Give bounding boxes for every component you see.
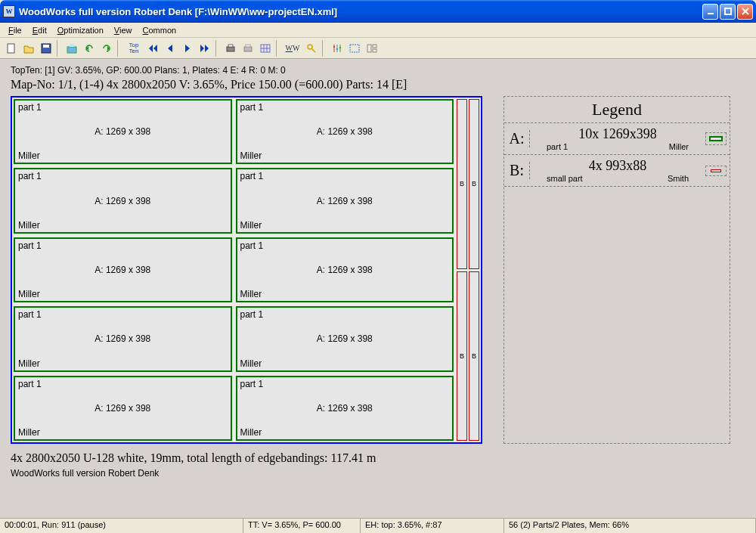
top-ten-icon[interactable]: TopTen: [124, 40, 144, 57]
new-file-icon[interactable]: [3, 40, 20, 57]
window-title: WoodWorks full version Robert Denk [F:\W…: [19, 6, 702, 17]
menu-optimization[interactable]: Optimization: [52, 24, 109, 36]
part-cell[interactable]: part 1A: 1269 x 398Miller: [236, 99, 454, 164]
menu-view[interactable]: View: [109, 24, 138, 36]
status-mem: 56 (2) Parts/2 Plates, Mem: 66%: [504, 519, 756, 533]
part-owner: Miller: [240, 358, 262, 369]
menu-bar: File Edit Optimization View Common: [0, 23, 756, 38]
b-slot: B: [457, 271, 467, 442]
part-name: part 1: [18, 309, 42, 320]
legend-name-b: small part: [547, 174, 583, 183]
maximize-button[interactable]: [720, 4, 736, 20]
legend-owner-b: Smith: [668, 174, 689, 183]
b-slot: B: [469, 271, 479, 442]
svg-rect-23: [336, 48, 338, 50]
part-dim: A: 1269 x 398: [317, 403, 373, 414]
part-dim: A: 1269 x 398: [94, 403, 150, 414]
part-dim: A: 1269 x 398: [94, 126, 150, 137]
part-owner: Miller: [18, 220, 40, 231]
legend-swatch-b: [705, 166, 727, 176]
svg-rect-11: [244, 47, 252, 51]
part-owner: Miller: [18, 150, 40, 161]
grid-icon[interactable]: [257, 40, 274, 57]
part-dim: A: 1269 x 398: [317, 333, 373, 344]
sliders-icon[interactable]: [329, 40, 345, 57]
part-cell[interactable]: part 1A: 1269 x 398Miller: [236, 306, 454, 371]
app-icon: W: [3, 5, 15, 17]
svg-rect-9: [227, 47, 234, 51]
part-owner: Miller: [240, 150, 262, 161]
map-info: Map-No: 1/1, (1-4) 4x 2800x2050 V: 3.65%…: [11, 78, 745, 91]
client-area: TopTen: [1] GV: 3.65%, GP: 600.00 Plans:…: [0, 59, 756, 533]
part-name: part 1: [240, 379, 264, 389]
part-dim: A: 1269 x 398: [94, 196, 150, 206]
part-owner: Miller: [18, 358, 40, 369]
part-owner: Miller: [18, 289, 40, 299]
legend-key-a: A:: [507, 130, 530, 147]
last-icon[interactable]: [197, 40, 213, 57]
legend-swatch-a: [705, 132, 727, 145]
title-bar: W WoodWorks full version Robert Denk [F:…: [0, 0, 756, 23]
key-icon[interactable]: [303, 40, 320, 57]
summary-line: 4x 2800x2050 U-128 white, 19mm, total le…: [11, 451, 745, 465]
first-icon[interactable]: [144, 40, 161, 57]
part-cell[interactable]: part 1A: 1269 x 398Miller: [14, 168, 232, 233]
part-dim: A: 1269 x 398: [94, 333, 150, 344]
status-tt: TT: V= 3.65%, P= 600.00: [243, 519, 361, 533]
legend-title: Legend: [504, 97, 730, 123]
cutting-map[interactable]: part 1A: 1269 x 398Millerpart 1A: 1269 x…: [11, 96, 482, 444]
part-cell[interactable]: part 1A: 1269 x 398Miller: [14, 99, 232, 164]
part-name: part 1: [240, 171, 264, 181]
part-dim: A: 1269 x 398: [317, 265, 373, 275]
part-dim: A: 1269 x 398: [317, 126, 373, 137]
status-eh: EH: top: 3.65%, #:87: [361, 519, 504, 533]
project-icon[interactable]: [64, 40, 80, 57]
open-folder-icon[interactable]: [20, 40, 37, 57]
part-cell[interactable]: part 1A: 1269 x 398Miller: [14, 237, 232, 302]
layout-icon[interactable]: [364, 40, 380, 57]
next-icon[interactable]: [179, 40, 196, 57]
svg-rect-6: [43, 45, 49, 48]
print-preview-icon[interactable]: [240, 40, 256, 57]
undo-icon[interactable]: [81, 40, 98, 57]
menu-file[interactable]: File: [3, 24, 27, 36]
legend-key-b: B:: [507, 162, 530, 179]
svg-rect-27: [373, 45, 376, 48]
part-cell[interactable]: part 1A: 1269 x 398Miller: [14, 306, 232, 371]
woodworks-icon[interactable]: WW: [283, 40, 302, 57]
part-name: part 1: [18, 379, 42, 389]
close-button[interactable]: [737, 4, 753, 20]
svg-line-18: [311, 48, 315, 52]
part-name: part 1: [240, 240, 264, 251]
part-dim: A: 1269 x 398: [94, 265, 150, 275]
legend-panel: Legend A: 10x 1269x398 part 1Miller B: 4…: [503, 96, 730, 444]
part-cell[interactable]: part 1A: 1269 x 398Miller: [14, 376, 232, 441]
save-icon[interactable]: [38, 40, 54, 57]
legend-name-a: part 1: [547, 142, 568, 151]
b-slot: B: [457, 99, 467, 269]
part-owner: Miller: [240, 220, 262, 231]
svg-rect-1: [725, 8, 731, 14]
part-dim: A: 1269 x 398: [317, 196, 373, 206]
part-name: part 1: [18, 102, 42, 113]
select-icon[interactable]: [346, 40, 363, 57]
part-name: part 1: [240, 102, 264, 113]
menu-edit[interactable]: Edit: [27, 24, 52, 36]
menu-common[interactable]: Common: [138, 24, 182, 36]
part-cell[interactable]: part 1A: 1269 x 398Miller: [236, 376, 454, 441]
minimize-button[interactable]: [702, 4, 718, 20]
svg-rect-22: [333, 46, 335, 48]
svg-rect-4: [8, 44, 14, 53]
print-icon[interactable]: [222, 40, 239, 57]
legend-row-b: B: 4x 993x88 small partSmith: [504, 155, 730, 187]
prev-icon[interactable]: [162, 40, 178, 57]
status-runtime: 00:00:01, Run: 911 (pause): [0, 519, 243, 533]
part-cell[interactable]: part 1A: 1269 x 398Miller: [236, 168, 454, 233]
b-slot: B: [469, 99, 479, 269]
svg-rect-28: [373, 49, 376, 52]
part-owner: Miller: [240, 289, 262, 299]
part-cell[interactable]: part 1A: 1269 x 398Miller: [236, 237, 454, 302]
redo-icon[interactable]: [98, 40, 115, 57]
topten-info: TopTen: [1] GV: 3.65%, GP: 600.00 Plans:…: [11, 65, 745, 76]
legend-owner-a: Miller: [669, 142, 689, 151]
